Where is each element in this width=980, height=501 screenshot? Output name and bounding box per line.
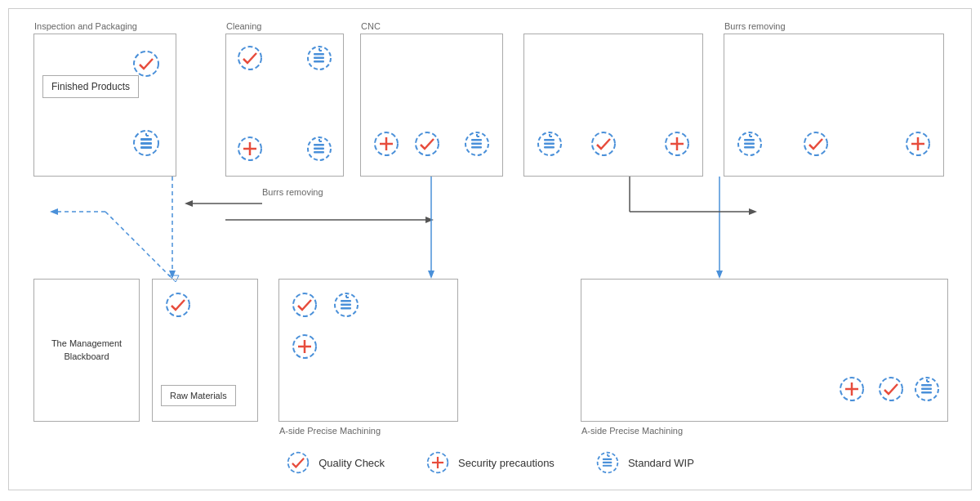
svg-rect-3 — [140, 142, 152, 145]
legend-wip-label: Standard WIP — [628, 457, 694, 469]
svg-rect-18 — [314, 144, 324, 146]
svg-rect-30 — [471, 146, 482, 149]
svg-point-91 — [288, 453, 309, 473]
sec-icon-1 — [236, 135, 264, 166]
svg-rect-44 — [744, 139, 755, 141]
burrs-top-station: Burrs removing — [724, 34, 944, 177]
wip-icon-2 — [305, 44, 333, 75]
svg-rect-19 — [314, 148, 324, 150]
svg-point-70 — [167, 293, 189, 316]
qc-icon-2 — [236, 44, 264, 75]
svg-rect-20 — [314, 151, 324, 154]
svg-rect-10 — [314, 57, 324, 60]
mid-station — [523, 34, 703, 177]
svg-marker-54 — [50, 208, 58, 215]
burrs-mid-label: Burrs removing — [262, 187, 323, 197]
sec-icon-3 — [663, 130, 691, 161]
cleaning-station: Cleaning — [225, 34, 344, 177]
aside-left-station: A-side Precise Machining — [278, 279, 458, 422]
aside-left-label: A-side Precise Machining — [279, 426, 381, 436]
wip-icon-7 — [332, 291, 360, 322]
wip-icon-8 — [913, 375, 941, 406]
svg-rect-34 — [544, 139, 555, 141]
inspection-station: Inspection and Packaging Finished Produc… — [33, 34, 176, 177]
sec-icon-5 — [291, 333, 318, 364]
svg-rect-97 — [603, 462, 612, 463]
raw-materials-label: Raw Materials — [161, 385, 236, 406]
svg-point-0 — [134, 51, 158, 76]
raw-materials-station: Raw Materials — [152, 279, 258, 422]
svg-rect-4 — [140, 146, 152, 149]
aside-right-label: A-side Precise Machining — [581, 426, 683, 436]
svg-rect-28 — [471, 139, 482, 141]
management-box: The Management Blackboard — [33, 279, 140, 422]
svg-marker-69 — [169, 271, 176, 279]
svg-rect-36 — [544, 146, 555, 149]
svg-point-49 — [804, 132, 827, 155]
svg-rect-88 — [921, 391, 932, 394]
burrs-top-label: Burrs removing — [724, 21, 786, 31]
svg-line-66 — [105, 212, 172, 279]
main-diagram: Inspection and Packaging Finished Produc… — [8, 8, 972, 490]
sec-icon-4 — [904, 130, 932, 161]
svg-rect-45 — [744, 143, 755, 145]
cnc-station: CNC — [360, 34, 503, 177]
legend-sec: Security precautions — [425, 450, 555, 475]
inspection-label: Inspection and Packaging — [34, 21, 137, 31]
svg-marker-60 — [428, 271, 434, 279]
finished-products-label: Finished Products — [42, 75, 139, 98]
aside-right-station: A-side Precise Machining — [581, 279, 948, 422]
qc-icon-8 — [877, 375, 905, 406]
legend-qc: Quality Check — [286, 450, 385, 475]
svg-rect-46 — [744, 146, 755, 149]
svg-rect-73 — [341, 300, 351, 302]
wip-icon-4 — [463, 130, 491, 161]
wip-icon-5 — [536, 130, 564, 161]
cleaning-label: Cleaning — [226, 21, 261, 31]
legend-wip: Standard WIP — [595, 450, 694, 475]
cnc-label: CNC — [361, 21, 381, 31]
svg-marker-65 — [749, 208, 757, 215]
svg-rect-75 — [341, 307, 351, 310]
svg-rect-74 — [341, 304, 351, 306]
svg-marker-62 — [716, 271, 723, 279]
wip-icon-6 — [736, 130, 764, 161]
wip-icon-3 — [305, 135, 333, 166]
svg-rect-11 — [314, 60, 324, 63]
management-label: The Management Blackboard — [41, 338, 132, 363]
qc-icon-5 — [802, 130, 830, 161]
qc-icon-7 — [291, 291, 318, 322]
svg-rect-86 — [921, 384, 932, 387]
qc-icon-4 — [590, 130, 617, 161]
qc-icon-3 — [413, 130, 441, 161]
svg-point-71 — [293, 293, 316, 316]
legend: Quality Check Security precautions Stand… — [9, 450, 971, 475]
sec-icon-2 — [372, 130, 400, 161]
svg-rect-35 — [544, 143, 555, 145]
svg-rect-98 — [603, 465, 612, 467]
svg-rect-87 — [921, 388, 932, 391]
svg-rect-9 — [314, 53, 324, 56]
svg-point-7 — [238, 47, 261, 69]
svg-rect-2 — [140, 138, 152, 141]
svg-point-26 — [416, 132, 439, 155]
wip-icon-1 — [131, 128, 161, 161]
legend-qc-label: Quality Check — [318, 457, 385, 469]
svg-marker-58 — [425, 217, 434, 223]
svg-marker-56 — [185, 200, 193, 207]
qc-icon-6 — [164, 291, 192, 322]
legend-sec-label: Security precautions — [458, 457, 555, 469]
svg-point-84 — [880, 378, 902, 400]
svg-rect-96 — [603, 459, 612, 460]
sec-icon-6 — [838, 375, 866, 406]
svg-point-39 — [592, 132, 615, 155]
svg-rect-29 — [471, 143, 482, 145]
